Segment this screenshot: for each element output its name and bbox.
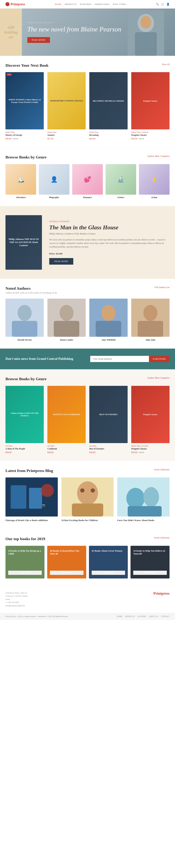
- browse2-book-cover-3[interactable]: BEST OF ENEMIES: [89, 386, 128, 443]
- discover-header: Discover Your Next Book View All: [5, 63, 170, 68]
- book-meta-4: Daniel Trejo, Joe Stone: [131, 131, 170, 133]
- book-cover-text-1: SIMON JENKINS A Short History of Europe:…: [5, 96, 44, 106]
- user-icon[interactable]: 👤: [167, 3, 170, 6]
- genre-label-romance: Romance: [72, 196, 103, 199]
- featured-cta-button[interactable]: READ MORE: [49, 258, 73, 265]
- top-book-title-2: 40 Books to Read Before You Turn 40: [50, 549, 83, 556]
- blog-grid: 📷 Finissage of Reads Like a Book exhibit…: [5, 477, 170, 522]
- book-price-value-1: $40.00: [5, 137, 11, 140]
- authors-title: Noted Authors: [5, 286, 57, 291]
- featured-price-label: Price:: [49, 252, 55, 255]
- browse2-book-cover-1[interactable]: Chinua Achebe A MAN OF THE PEOPLE: [5, 386, 44, 443]
- browse2-book-card-2: INSTANT LOSS COOKBOOK Joe Stone Cookbook…: [47, 386, 86, 454]
- genre-header: Browse Books by Genre Explore More Categ…: [5, 155, 170, 160]
- book-cover-4[interactable]: Penguin Classics: [131, 72, 170, 129]
- svg-text:📷: 📷: [42, 504, 45, 507]
- blog-fresh-link[interactable]: Fresh Collections: [154, 468, 170, 471]
- genre-card-romance[interactable]: 💕 Romance: [72, 164, 103, 199]
- footer-address-text: 1418 River Drive, Suite 35 Cornersal, CA…: [5, 591, 27, 601]
- book-meta-1: Daniel Trejo: [5, 131, 44, 133]
- footer-nav-home[interactable]: HOME: [117, 615, 122, 617]
- logo-text: Printpress: [10, 2, 25, 6]
- footer-nav-products[interactable]: PRODUCTS: [125, 615, 135, 617]
- nav-features[interactable]: FEATURES: [80, 3, 91, 5]
- footer-nav-about[interactable]: ABOUT US: [149, 615, 158, 617]
- hero-book-text: still holding on: [0, 23, 22, 41]
- browse2-book-title-1: A Man of The People: [5, 447, 44, 450]
- newsletter-subscribe-button[interactable]: SUBSCRIBE: [149, 356, 170, 362]
- top-book-btn-1[interactable]: Read More: [8, 571, 42, 575]
- book-badge-1: Sale: [6, 73, 12, 76]
- book-card-4: Penguin Classics Daniel Trejo, Joe Stone…: [131, 72, 170, 140]
- genre-card-adventure[interactable]: 🏔️ Adventure: [5, 164, 36, 199]
- book-cover-3[interactable]: BECOMING MICHELLE OBAMA: [89, 72, 128, 129]
- top-book-btn-4[interactable]: Read More: [133, 571, 167, 575]
- browse2-explore-link[interactable]: Explore More Categories: [148, 377, 170, 379]
- blog-card-1: 📷 Finissage of Reads Like a Book exhibit…: [5, 477, 58, 522]
- browse2-book-card-3: BEST OF ENEMIES Joe Stone Best of Enemie…: [89, 386, 128, 454]
- hero-cta-button[interactable]: READ MORE: [27, 37, 50, 43]
- top-book-btn-2[interactable]: Read Here: [50, 571, 83, 575]
- svg-point-11: [102, 305, 116, 321]
- action-icon: ⚡: [151, 176, 158, 183]
- browse2-book-cover-2[interactable]: INSTANT LOSS COOKBOOK: [47, 386, 86, 443]
- browse2-book-meta-2: Joe Stone: [47, 445, 86, 447]
- blog-image-2[interactable]: [61, 477, 114, 517]
- featured-book-cover: Philip Johnson THE MAN IN THE GLASS HOUS…: [5, 215, 42, 270]
- authors-full-list[interactable]: Full Authors List: [155, 286, 170, 289]
- genre-card-action[interactable]: ⚡ Action: [139, 164, 170, 199]
- cart-icon[interactable]: 🛒: [161, 3, 164, 6]
- blog-image-1[interactable]: 📷: [5, 477, 58, 517]
- author-photo-4: [131, 299, 170, 337]
- footer-logo: Printpress: [153, 591, 170, 595]
- authors-grid: Harold Stevens Simon Lander: [5, 299, 170, 341]
- browse2-book-cover-4[interactable]: Penguin Classics: [131, 386, 170, 443]
- nav-products[interactable]: PRODUCTS: [65, 3, 77, 5]
- discover-view-all[interactable]: View All: [162, 63, 170, 66]
- book-meta-3: Daniel Trejo: [89, 131, 128, 133]
- nav-links: HOME PRODUCTS FEATURES SHORTCODES POST T…: [55, 3, 126, 5]
- genre-title: Browse Books by Genre: [5, 155, 47, 160]
- hero-person-image: [128, 10, 164, 56]
- newsletter-title: Don't miss news from Grand Central Publi…: [5, 357, 85, 361]
- discover-section: Discover Your Next Book View All Sale SI…: [0, 56, 175, 147]
- svg-rect-29: [128, 506, 162, 517]
- nav-home[interactable]: HOME: [55, 3, 61, 5]
- newsletter-form: SUBSCRIBE: [90, 356, 170, 362]
- browse2-book-old-price-4: $38.00: [139, 451, 144, 454]
- nav-shortcodes[interactable]: SHORTCODES: [95, 3, 109, 5]
- top-book-btn-3[interactable]: Read More: [92, 571, 125, 575]
- genre-card-science[interactable]: 🔬 Science: [105, 164, 136, 199]
- author-card-2: Simon Lander: [47, 299, 86, 341]
- browse2-title: Browse Books by Genre: [5, 377, 47, 381]
- newsletter-email-input[interactable]: [90, 356, 149, 362]
- featured-section: Philip Johnson THE MAN IN THE GLASS HOUS…: [0, 206, 175, 279]
- footer-nav-authors[interactable]: AUTHORS: [138, 615, 146, 617]
- svg-rect-2: [135, 32, 157, 56]
- book-cover-1[interactable]: Sale SIMON JENKINS A Short History of Eu…: [5, 72, 44, 129]
- featured-author: George Stewart: [49, 220, 170, 222]
- blog-title-3: Facts You Didn't Know About Books: [117, 519, 170, 522]
- svg-point-24: [80, 488, 84, 493]
- blog-title-2: 10 Best Exciting Books for Children: [61, 519, 114, 522]
- browse2-book-title-3: Best of Enemies: [89, 447, 128, 450]
- genre-card-biography[interactable]: 👤 Biography: [39, 164, 70, 199]
- search-icon[interactable]: 🔍: [156, 3, 159, 6]
- featured-description: We work with our partners to streamline …: [49, 238, 170, 249]
- genre-explore-link[interactable]: Explore More Categories: [148, 155, 170, 158]
- browse2-section: Browse Books by Genre Explore More Categ…: [0, 369, 175, 461]
- nav-post-types[interactable]: POST TYPES: [113, 3, 126, 5]
- book-cover-2[interactable]: SHAKESPEARE'S SONNETS: RETOLD: [47, 72, 86, 129]
- book-cover-text-3: BECOMING MICHELLE OBAMA: [91, 97, 126, 104]
- topbooks-fresh-link[interactable]: Fresh Collections: [154, 536, 170, 539]
- svg-rect-9: [54, 321, 79, 337]
- author-card-1: Harold Stevens: [5, 299, 44, 341]
- browse2-book-price-group-4: $29.00 $38.00: [131, 451, 170, 454]
- browse2-cover-text-3: BEST OF ENEMIES: [97, 411, 120, 418]
- featured-title: The Man in the Glass House: [49, 224, 170, 231]
- genre-image-action: ⚡: [139, 164, 170, 195]
- blog-image-3[interactable]: [117, 477, 170, 517]
- logo[interactable]: Printpress: [5, 2, 25, 6]
- book-card-2: SHAKESPEARE'S SONNETS: RETOLD Daniel Tre…: [47, 72, 86, 140]
- footer-nav-contact[interactable]: CONTACT: [161, 615, 170, 617]
